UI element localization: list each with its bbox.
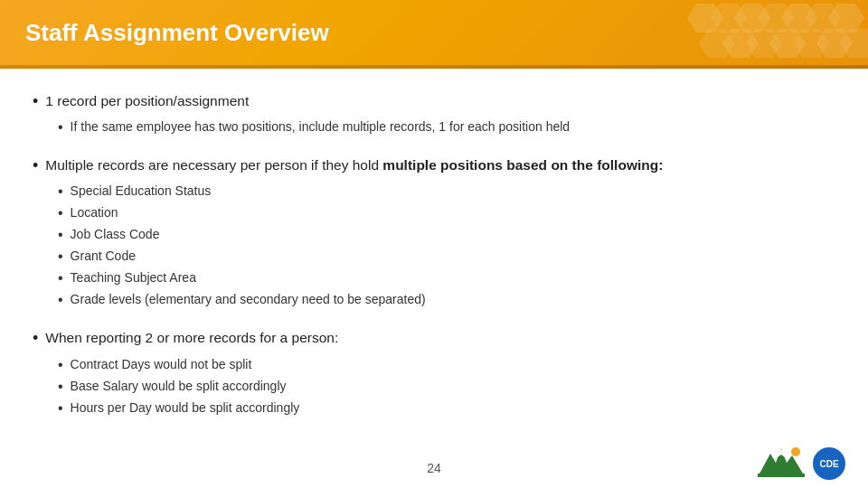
- bullet-2-sub-5-text: Teaching Subject Area: [71, 267, 196, 289]
- cde-logo: CDE: [812, 446, 846, 481]
- bullet-3-sub-2-text: Base Salary would be split accordingly: [71, 376, 287, 398]
- section-2: • Multiple records are necessary per per…: [33, 155, 835, 311]
- page-number: 24: [427, 461, 441, 475]
- section-3: • When reporting 2 or more records for a…: [33, 327, 835, 418]
- svg-point-16: [791, 447, 800, 456]
- bullet-1-sub-1: • If the same employee has two positions…: [58, 117, 835, 138]
- bullet-1-text: 1 record per position/assignment: [45, 90, 249, 111]
- bullet-3-sub-3: • Hours per Day would be split according…: [58, 398, 835, 419]
- bullet-1-main: • 1 record per position/assignment: [33, 90, 835, 113]
- bullet-2-sub-4-text: Grant Code: [71, 246, 136, 267]
- footer: 24: [0, 461, 868, 475]
- main-content: • 1 record per position/assignment • If …: [0, 69, 868, 450]
- bullet-2-sub-3-text: Job Class Code: [71, 224, 160, 246]
- colorado-logo: [756, 439, 807, 481]
- bullet-3-dot: •: [33, 327, 38, 350]
- bullet-2-sub-list: • Special Education Status • Location • …: [58, 181, 835, 311]
- sub-dot: •: [58, 117, 63, 138]
- bullet-3-sub-2: • Base Salary would be split accordingly: [58, 376, 835, 398]
- bullet-2-sub-1-text: Special Education Status: [71, 181, 212, 202]
- bullet-2-sub-2-text: Location: [71, 202, 118, 224]
- header: Staff Assignment Overview: [0, 0, 868, 65]
- hex-decoration: [669, 0, 868, 65]
- section-1: • 1 record per position/assignment • If …: [33, 90, 835, 138]
- bullet-3-text: When reporting 2 or more records for a p…: [45, 327, 338, 348]
- bullet-3-sub-3-text: Hours per Day would be split accordingly: [71, 398, 300, 419]
- logo-area: CDE: [756, 439, 846, 481]
- bullet-1-dot: •: [33, 90, 38, 113]
- bullet-2-text: Multiple records are necessary per perso…: [45, 155, 663, 175]
- bullet-2-sub-2: • Location: [58, 202, 835, 224]
- bullet-3-sub-1-text: Contract Days would not be split: [71, 354, 252, 376]
- slide: Staff Assignment Overview • 1 record: [0, 0, 868, 488]
- bullet-2-sub-6: • Grade levels (elementary and secondary…: [58, 289, 835, 311]
- bullet-2-main: • Multiple records are necessary per per…: [33, 155, 835, 177]
- bullet-1-sub-1-text: If the same employee has two positions, …: [71, 117, 571, 138]
- bullet-3-main: • When reporting 2 or more records for a…: [33, 327, 835, 350]
- bullet-2-sub-1: • Special Education Status: [58, 181, 835, 202]
- bullet-1-sub-list: • If the same employee has two positions…: [58, 117, 835, 138]
- bullet-2-dot: •: [33, 155, 38, 177]
- bullet-2-sub-6-text: Grade levels (elementary and secondary n…: [71, 289, 426, 311]
- svg-rect-17: [758, 474, 805, 477]
- bullet-3-sub-1: • Contract Days would not be split: [58, 354, 835, 376]
- bullet-2-sub-3: • Job Class Code: [58, 224, 835, 246]
- bullet-3-sub-list: • Contract Days would not be split • Bas…: [58, 354, 835, 419]
- slide-title: Staff Assignment Overview: [25, 19, 329, 47]
- bullet-2-sub-4: • Grant Code: [58, 246, 835, 267]
- svg-text:CDE: CDE: [819, 459, 838, 469]
- bullet-2-sub-5: • Teaching Subject Area: [58, 267, 835, 289]
